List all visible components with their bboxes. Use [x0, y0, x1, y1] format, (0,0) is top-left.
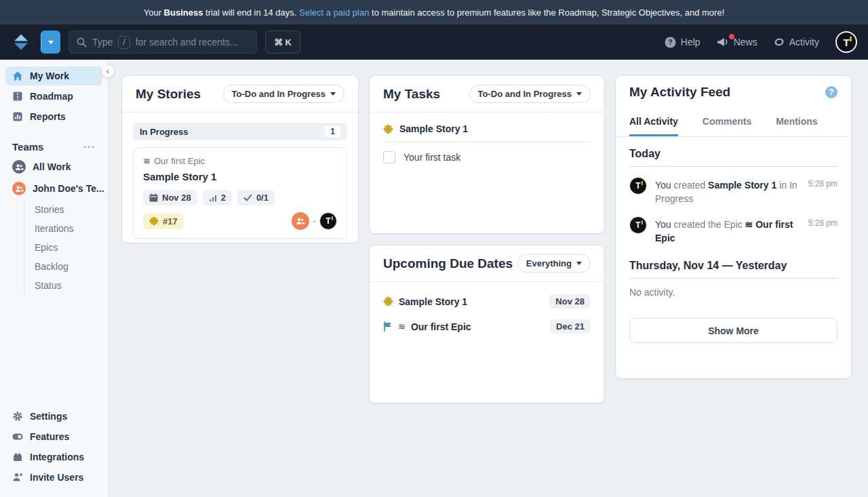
search-placeholder-pre: Type — [92, 37, 113, 47]
activity-button[interactable]: Activity — [774, 37, 819, 47]
group-label: In Progress — [140, 127, 189, 137]
my-stories-card: My Stories To-Do and In Progress In Prog… — [122, 76, 358, 243]
epic-icon: ≋ — [398, 321, 406, 332]
due-date-row[interactable]: ≋ Our first Epic Dec 21 — [383, 319, 591, 334]
my-tasks-filter-dropdown[interactable]: To-Do and In Progress — [469, 85, 591, 103]
no-activity-text: No activity. — [629, 287, 837, 298]
teams-menu-button[interactable]: ··· — [83, 141, 96, 153]
upcoming-filter-dropdown[interactable]: Everything — [517, 254, 591, 273]
feed-item[interactable]: T You created the Epic ≋ Our first Epic … — [629, 216, 837, 245]
filter-label: Everything — [526, 258, 572, 269]
team-label: All Work — [33, 161, 71, 172]
task-checkbox[interactable] — [383, 151, 395, 163]
feature-story-icon — [149, 216, 159, 226]
feed-actor: You — [655, 219, 671, 230]
user-avatar[interactable]: T — [835, 31, 857, 53]
feed-section-heading: Thursday, Nov 14 — Yesterday — [629, 260, 837, 279]
points-badge[interactable]: 2 — [203, 190, 232, 205]
news-button[interactable]: News — [717, 37, 757, 47]
help-label: Help — [681, 37, 701, 47]
tasks-badge[interactable]: 0/1 — [237, 190, 275, 205]
sidebar-item-settings[interactable]: Settings — [5, 406, 102, 426]
sidebar-item-stories[interactable]: Stories — [32, 200, 108, 219]
activity-feed-card: My Activity Feed ? All Activity Comments… — [616, 76, 851, 378]
home-icon — [12, 71, 23, 81]
requester-avatar[interactable] — [292, 212, 309, 230]
sidebar-item-invite-users[interactable]: Invite Users — [5, 467, 102, 488]
top-nav: Create Story Type / for search and recen… — [0, 24, 868, 60]
due-date-badge[interactable]: Nov 28 — [143, 190, 197, 205]
sidebar-item-label: Features — [30, 431, 69, 442]
group-count-badge: 1 — [325, 126, 340, 137]
story-title: Sample Story 1 — [143, 171, 337, 182]
points-bars-icon — [209, 194, 217, 202]
feed-help-icon[interactable]: ? — [825, 86, 837, 98]
puzzle-icon — [12, 452, 23, 462]
tab-all-activity[interactable]: All Activity — [629, 106, 678, 136]
help-button[interactable]: ? Help — [665, 37, 701, 48]
in-progress-group-header[interactable]: In Progress 1 — [133, 123, 347, 140]
shortcut-logo-icon[interactable] — [11, 32, 31, 52]
upcoming-title: Upcoming Due Dates — [383, 256, 513, 271]
feed-avatar: T — [629, 216, 647, 234]
due-item-title: Sample Story 1 — [399, 296, 467, 307]
cmd-k-shortcut[interactable]: ⌘ K — [265, 31, 300, 54]
story-id-badge[interactable]: #17 — [143, 214, 184, 229]
due-date-row[interactable]: Sample Story 1 Nov 28 — [383, 294, 591, 309]
sidebar-item-backlog[interactable]: Backlog — [32, 257, 108, 276]
invite-user-icon — [12, 472, 23, 483]
search-icon — [76, 37, 87, 47]
tab-mentions[interactable]: Mentions — [776, 106, 817, 136]
points-label: 2 — [221, 193, 226, 203]
banner-text-mid: trial will end in 14 days. — [203, 7, 299, 18]
people-icon — [15, 163, 24, 171]
team-label: John Doe's Te... — [33, 183, 104, 194]
trial-banner: Your Business trial will end in 14 days.… — [0, 0, 868, 24]
sidebar-item-reports[interactable]: Reports — [5, 107, 102, 126]
story-id-label: #17 — [163, 216, 178, 226]
feed-action: created — [671, 180, 708, 191]
caret-down-icon — [576, 92, 582, 96]
owner-avatar[interactable]: T — [319, 212, 337, 230]
story-epic-label: Our first Epic — [154, 156, 205, 166]
feed-avatar: T — [629, 177, 647, 195]
select-paid-plan-link[interactable]: Select a paid plan — [299, 7, 369, 18]
sidebar-item-iterations[interactable]: Iterations — [32, 219, 108, 238]
search-input[interactable]: Type / for search and recents... — [68, 31, 257, 54]
sidebar-item-epics[interactable]: Epics — [32, 238, 108, 257]
sidebar-collapse-button[interactable]: ‹ — [101, 64, 115, 78]
story-card[interactable]: ≋ Our first Epic Sample Story 1 Nov 28 2… — [133, 147, 347, 239]
sidebar-item-roadmap[interactable]: Roadmap — [5, 87, 102, 106]
task-row: Your first task — [383, 151, 591, 163]
sidebar-item-label: Invite Users — [30, 472, 83, 483]
sidebar-item-my-work[interactable]: My Work — [5, 66, 102, 85]
sidebar-item-status[interactable]: Status — [32, 276, 108, 295]
create-story-button[interactable]: Create Story — [41, 31, 60, 54]
my-stories-filter-dropdown[interactable]: To-Do and In Progress — [223, 85, 344, 103]
caret-down-icon — [330, 92, 336, 96]
sidebar: ‹ My Work Roadmap Reports Teams ··· All … — [0, 60, 108, 497]
sidebar-item-all-work[interactable]: All Work — [5, 157, 102, 177]
news-label: News — [734, 37, 757, 47]
show-more-button[interactable]: Show More — [629, 318, 837, 343]
caret-down-icon — [48, 41, 54, 44]
teams-header: Teams — [12, 141, 43, 153]
people-icon — [296, 217, 305, 225]
tasks-label: 0/1 — [256, 193, 269, 203]
banner-plan-name: Business — [164, 7, 203, 18]
sidebar-item-label: Integrations — [30, 452, 84, 462]
slash-key-hint: / — [118, 36, 130, 49]
sidebar-item-john-does-team[interactable]: John Doe's Te... — [5, 178, 102, 199]
due-date-pill: Nov 28 — [549, 294, 591, 309]
create-story-dropdown[interactable] — [41, 31, 60, 54]
feed-item[interactable]: T You created Sample Story 1 in In Progr… — [629, 177, 837, 206]
task-story-link[interactable]: Sample Story 1 — [383, 123, 591, 142]
feed-actor: You — [655, 180, 671, 191]
sidebar-item-integrations[interactable]: Integrations — [5, 447, 102, 467]
activity-tabs: All Activity Comments Mentions — [616, 106, 851, 137]
megaphone-icon — [717, 37, 729, 47]
toggle-icon — [12, 431, 23, 442]
task-story-title: Sample Story 1 — [399, 123, 468, 134]
tab-comments[interactable]: Comments — [703, 106, 751, 136]
sidebar-item-features[interactable]: Features — [5, 426, 102, 447]
